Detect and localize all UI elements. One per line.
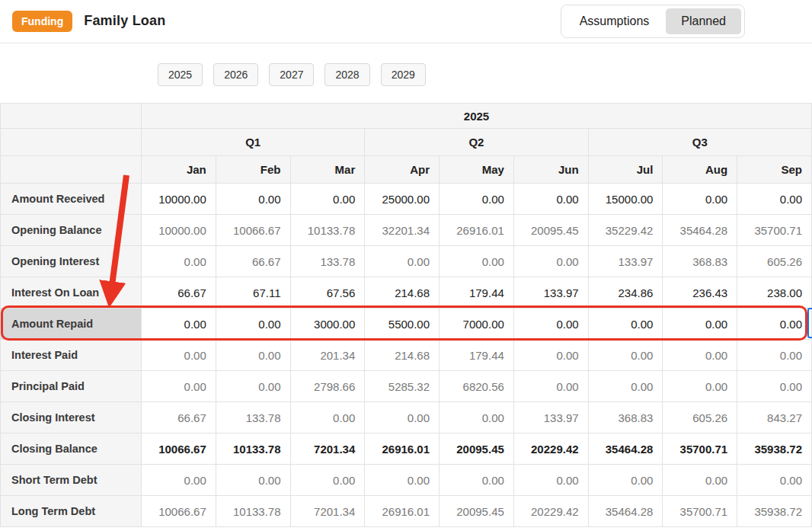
year-button-2029[interactable]: 2029: [381, 63, 426, 86]
value-cell: 605.26: [737, 246, 812, 277]
value-cell[interactable]: 238.00: [737, 277, 812, 309]
value-cell: 35464.28: [588, 496, 663, 527]
value-cell: 35229.42: [588, 215, 663, 246]
tab-assumptions[interactable]: Assumptions: [564, 8, 665, 34]
year-button-2025[interactable]: 2025: [158, 63, 203, 86]
value-cell: 20229.42: [513, 433, 588, 465]
value-cell: 0.00: [513, 465, 588, 496]
value-cell: 35464.28: [588, 433, 663, 465]
corner-cell: [1, 104, 142, 129]
year-button-2026[interactable]: 2026: [213, 63, 258, 86]
value-cell[interactable]: 234.86: [588, 277, 663, 309]
value-cell: 0.00: [365, 465, 440, 496]
value-cell: 10066.67: [142, 433, 216, 465]
row-label[interactable]: Principal Paid: [1, 371, 142, 402]
value-cell[interactable]: 67.56: [290, 277, 365, 309]
value-cell[interactable]: 214.68: [365, 277, 440, 309]
row-label[interactable]: Opening Balance: [1, 215, 142, 246]
value-cell: 843.27: [737, 402, 812, 433]
value-cell[interactable]: 133.97: [513, 277, 588, 309]
value-cell[interactable]: 5500.00: [365, 309, 440, 340]
tab-planned[interactable]: Planned: [666, 8, 741, 34]
year-button-2028[interactable]: 2028: [324, 63, 369, 86]
month-header: Jan: [142, 156, 216, 184]
corner-cell: [1, 129, 142, 156]
value-cell: 6820.56: [440, 371, 514, 402]
value-cell: 35700.71: [663, 496, 737, 527]
value-cell[interactable]: 7000.00: [440, 309, 514, 340]
value-cell: 0.00: [365, 246, 440, 277]
row-label[interactable]: Short Term Debt: [1, 465, 142, 496]
value-cell: 0.00: [513, 340, 588, 371]
month-header: Apr: [365, 156, 440, 184]
row-label[interactable]: Amount Received: [1, 184, 142, 215]
table-row: Opening Interest0.0066.67133.780.000.000…: [1, 246, 812, 277]
value-cell: 133.97: [588, 246, 663, 277]
row-label[interactable]: Interest Paid: [1, 340, 142, 371]
funding-badge: Funding: [12, 11, 72, 33]
value-cell: 7201.34: [290, 496, 365, 527]
value-cell: 10066.67: [216, 215, 290, 246]
table-row: Principal Paid0.000.002798.665285.326820…: [1, 371, 812, 402]
value-cell[interactable]: 0.00: [737, 309, 812, 340]
row-label[interactable]: Amount Repaid: [1, 309, 142, 340]
year-button-2027[interactable]: 2027: [269, 63, 314, 86]
quarter-header: Q2: [365, 129, 588, 156]
value-cell: 0.00: [365, 402, 440, 433]
value-cell[interactable]: 0.00: [290, 184, 365, 215]
value-cell[interactable]: 15000.00: [588, 184, 663, 215]
value-cell[interactable]: 0.00: [216, 184, 290, 215]
month-header: Jun: [513, 156, 588, 184]
row-label[interactable]: Long Term Debt: [1, 496, 142, 527]
value-cell: 0.00: [588, 371, 663, 402]
value-cell: 0.00: [216, 465, 290, 496]
value-cell[interactable]: 66.67: [142, 277, 216, 309]
month-header: Feb: [216, 156, 290, 184]
value-cell: 0.00: [142, 340, 216, 371]
value-cell[interactable]: 0.00: [440, 184, 514, 215]
value-cell: 10133.78: [290, 215, 365, 246]
value-cell: 26916.01: [365, 496, 440, 527]
value-cell: 0.00: [737, 340, 812, 371]
value-cell: 10000.00: [142, 215, 216, 246]
page-root: { "header": { "badge": "Funding", "title…: [0, 0, 812, 531]
value-cell: 0.00: [216, 371, 290, 402]
value-cell[interactable]: 0.00: [513, 184, 588, 215]
table-body: Amount Received10000.000.000.0025000.000…: [1, 184, 812, 527]
value-cell: 201.34: [290, 340, 365, 371]
value-cell: 0.00: [142, 371, 216, 402]
value-cell[interactable]: 236.43: [663, 277, 737, 309]
value-cell: 0.00: [440, 402, 514, 433]
value-cell: 0.00: [663, 465, 737, 496]
value-cell[interactable]: 3000.00: [290, 309, 365, 340]
value-cell[interactable]: 0.00: [588, 309, 663, 340]
row-label[interactable]: Closing Balance: [1, 433, 142, 465]
value-cell: 0.00: [142, 465, 216, 496]
month-header: Aug: [663, 156, 737, 184]
row-label[interactable]: Opening Interest: [1, 246, 142, 277]
value-cell: 20095.45: [440, 496, 514, 527]
value-cell: 20095.45: [440, 433, 514, 465]
value-cell: 0.00: [440, 246, 514, 277]
value-cell[interactable]: 0.00: [142, 309, 216, 340]
value-cell: 10133.78: [216, 433, 290, 465]
value-cell[interactable]: 67.11: [216, 277, 290, 309]
value-cell: 0.00: [513, 246, 588, 277]
value-cell[interactable]: 0.00: [216, 309, 290, 340]
page-title: Family Loan: [84, 13, 165, 29]
value-cell[interactable]: 0.00: [663, 184, 737, 215]
value-cell[interactable]: 25000.00: [365, 184, 440, 215]
quarter-header: Q1: [142, 129, 365, 156]
corner-cell: [1, 156, 142, 184]
value-cell[interactable]: 0.00: [663, 309, 737, 340]
value-cell[interactable]: 10000.00: [142, 184, 216, 215]
year-header-row: 2025: [1, 104, 812, 129]
value-cell[interactable]: 0.00: [737, 184, 812, 215]
value-cell: 20095.45: [513, 215, 588, 246]
row-label[interactable]: Interest On Loan: [1, 277, 142, 309]
value-cell[interactable]: 0.00: [513, 309, 588, 340]
value-cell: 0.00: [588, 340, 663, 371]
value-cell: 7201.34: [290, 433, 365, 465]
row-label[interactable]: Closing Interest: [1, 402, 142, 433]
value-cell[interactable]: 179.44: [440, 277, 514, 309]
